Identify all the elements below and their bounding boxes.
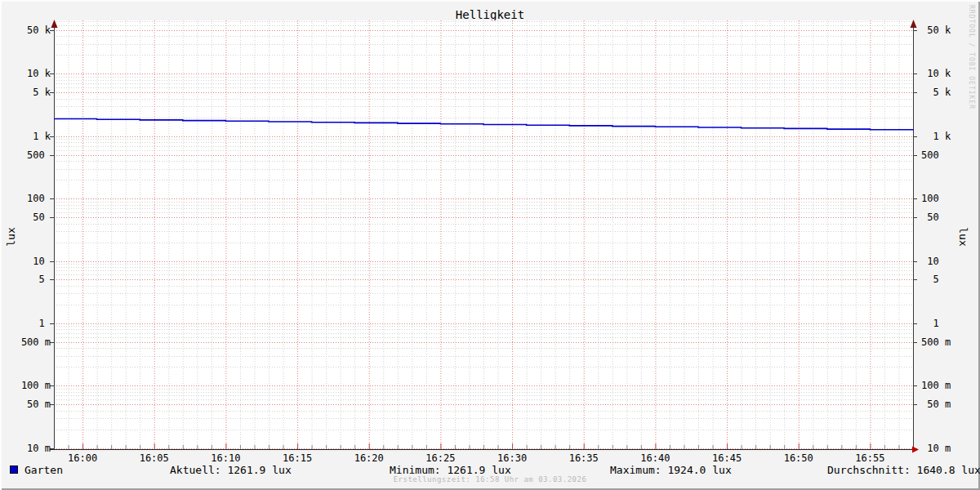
y-tick-label: 1 k (921, 131, 970, 142)
y-tick-label: 10 (921, 256, 970, 267)
y-tick-label: 10 m (921, 443, 970, 454)
y-tick-label: 100 (921, 193, 970, 204)
y-tick-label: 100 m (921, 380, 970, 391)
x-tick-label: 16:00 (58, 453, 107, 464)
y-tick-label: 500 m (921, 336, 970, 348)
y-tick-label: 5 (15, 274, 51, 285)
y-tick-label: 50 k (921, 24, 970, 36)
x-axis-arrow (912, 447, 919, 453)
y-tick-label: 10 m (15, 443, 51, 454)
y-tick-label: 50 (15, 212, 51, 223)
x-tick-label: 16:40 (630, 453, 679, 464)
y-tick-label: 100 m (15, 380, 51, 391)
y-tick-label: 10 (15, 256, 51, 267)
plot-area (0, 0, 980, 490)
x-tick-label: 16:30 (488, 453, 537, 464)
x-tick-label: 16:50 (774, 453, 823, 464)
x-tick-label: 16:35 (559, 453, 608, 464)
y-tick-label: 1 (15, 318, 51, 329)
y-tick-label: 500 m (15, 336, 51, 348)
y-tick-label: 50 m (15, 399, 51, 410)
y-tick-label: 100 (15, 193, 51, 204)
x-tick-label: 16:15 (273, 453, 322, 464)
x-tick-label: 16:25 (416, 453, 465, 464)
x-tick-label: 16:10 (201, 453, 250, 464)
y-tick-label: 10 k (921, 68, 970, 79)
x-tick-label: 16:45 (702, 453, 751, 464)
y-tick-label: 1 (921, 318, 970, 329)
y-tick-label: 10 k (15, 68, 51, 79)
y-tick-label: 500 (15, 149, 51, 161)
y-axis-unit-right: lux (958, 226, 969, 247)
y-tick-label: 5 (921, 274, 970, 285)
x-tick-label: 16:55 (845, 453, 894, 464)
y-axis-unit-left: lux (5, 226, 16, 247)
y-tick-label: 5 k (921, 87, 970, 98)
y-tick-label: 500 (921, 149, 970, 161)
x-tick-label: 16:05 (130, 453, 179, 464)
rrd-graph: Helligkeit lux lux 50 k 10 k 5 k 1 k500 … (0, 0, 980, 490)
y-tick-label: 50 (921, 212, 970, 223)
y-tick-label: 50 k (15, 24, 51, 36)
creation-time-note: Erstellungszeit: 16:58 Uhr am 03.03.2026 (0, 475, 980, 483)
y-tick-label: 5 k (15, 87, 51, 98)
y-tick-label: 50 m (921, 399, 970, 410)
x-tick-label: 16:20 (345, 453, 394, 464)
y-tick-label: 1 k (15, 131, 51, 142)
rrdtool-watermark: RRDTOOL / TOBI OETIKER (967, 5, 975, 96)
